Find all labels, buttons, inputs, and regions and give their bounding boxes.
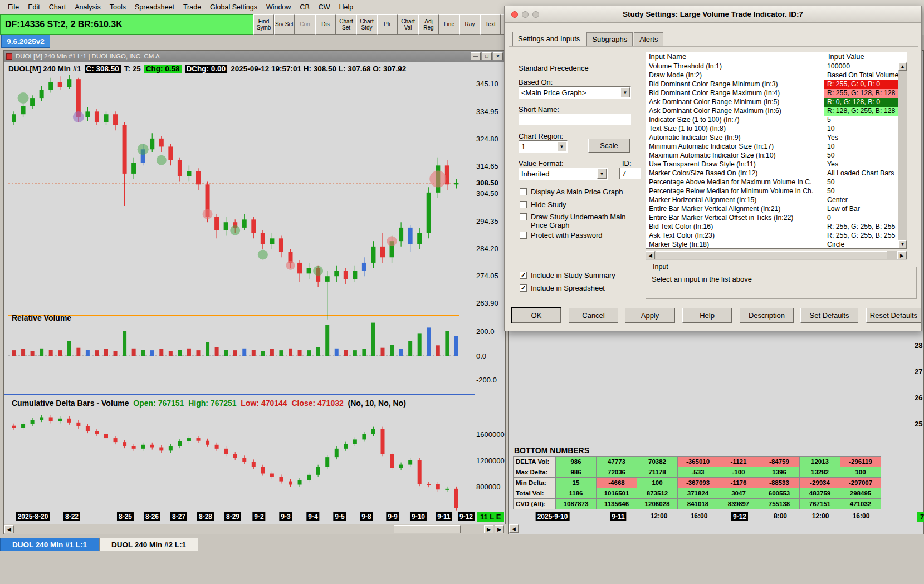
input-row[interactable]: Bid Dominant Color Range Minimum (In:3)R… xyxy=(646,80,898,89)
menu-item-trade[interactable]: Trade xyxy=(179,2,206,13)
checkbox-icon[interactable] xyxy=(520,213,527,220)
tab-subgraphs[interactable]: Subgraphs xyxy=(586,32,633,46)
scroll-up-icon[interactable]: ▲ xyxy=(898,62,907,71)
based-on-select[interactable]: <Main Price Graph> ▼ xyxy=(519,86,631,99)
menu-item-spreadsheet[interactable]: Spreadsheet xyxy=(130,2,179,13)
input-row[interactable]: Ask Text Color (In:23)R: 255, G: 255, B:… xyxy=(646,232,898,241)
menu-item-analysis[interactable]: Analysis xyxy=(70,2,105,13)
input-row[interactable]: Marker Color/Size Based On (In:12)All Lo… xyxy=(646,169,898,178)
input-row[interactable]: Draw Mode (In:2)Based On Total Volume xyxy=(646,71,898,80)
help-button[interactable]: Help xyxy=(682,308,732,323)
menu-item-tools[interactable]: Tools xyxy=(105,2,130,13)
tab-settings-and-inputs[interactable]: Settings and Inputs xyxy=(512,32,585,46)
input-row[interactable]: Entire Bar Marker Vertical Alignment (In… xyxy=(646,205,898,214)
tab-alerts[interactable]: Alerts xyxy=(634,32,663,46)
menu-item-chart[interactable]: Chart xyxy=(45,2,71,13)
traffic-light-minimize-icon[interactable] xyxy=(522,11,529,18)
input-row[interactable]: Text Size (1 to 100) (In:8)10 xyxy=(646,125,898,134)
input-row[interactable]: Percentage Below Median for Minimum Volu… xyxy=(646,187,898,196)
table-hscroll-thumb[interactable] xyxy=(656,251,887,259)
input-row[interactable]: Marker Style (In:18)Circle xyxy=(646,241,898,248)
input-row[interactable]: Percentage Above Median for Maximum Volu… xyxy=(646,178,898,187)
cd-chart-svg[interactable] xyxy=(4,395,475,511)
chart-titlebar[interactable]: DUOL[M] 240 Min #1 L:1 | DUOLINGO, INC. … xyxy=(4,51,505,62)
checkbox-icon[interactable]: ✓ xyxy=(520,284,527,292)
input-name-header[interactable]: Input Name xyxy=(646,52,825,62)
menu-item-cw[interactable]: CW xyxy=(314,2,335,13)
bottom-tab-1[interactable]: DUOL 240 Min #1 L:1 xyxy=(0,538,99,551)
right-scroll-left-icon[interactable]: ◀ xyxy=(509,524,519,533)
menu-item-cb[interactable]: CB xyxy=(295,2,314,13)
toolbar-button-chart-stdy[interactable]: Chart Stdy xyxy=(356,14,377,35)
toolbar-button-adj-reg[interactable]: Adj Reg xyxy=(418,14,439,35)
checkbox-draw-study-underneath-main-price-graph[interactable]: Draw Study Underneath Main Price Graph xyxy=(520,213,634,229)
toolbar-button-line[interactable]: Line xyxy=(439,14,459,35)
checkbox-icon[interactable] xyxy=(520,201,527,208)
chevron-down-icon[interactable]: ▼ xyxy=(620,87,630,97)
input-row[interactable]: Indicator Size (1 to 100) (In:7)5 xyxy=(646,116,898,125)
toolbar-button-dis[interactable]: Dis xyxy=(315,14,336,35)
input-value-header[interactable]: Input Value xyxy=(825,52,907,62)
chart-hscrollbar[interactable]: ◀ ▶ ▶ xyxy=(4,524,506,534)
checkbox-icon[interactable]: ✓ xyxy=(520,272,527,279)
table-hscrollbar[interactable]: ◀ ▶ xyxy=(646,251,907,260)
input-row[interactable]: Volume Threshold (In:1)100000 xyxy=(646,62,898,71)
short-name-input[interactable] xyxy=(519,114,631,125)
scroll-left-icon[interactable]: ◀ xyxy=(646,251,655,259)
value-format-select[interactable]: Inherited ▼ xyxy=(519,168,608,180)
toolbar-button-find-symb[interactable]: Find Symb xyxy=(253,14,274,35)
input-row[interactable]: Marker Horizontal Alignment (In:15)Cente… xyxy=(646,196,898,205)
set-defaults-button[interactable]: Set Defaults xyxy=(800,308,858,323)
main-chart-svg[interactable] xyxy=(4,73,475,335)
scroll-thumb[interactable] xyxy=(394,525,461,533)
traffic-light-close-icon[interactable] xyxy=(511,11,518,18)
checkbox-include-in-study-summary[interactable]: ✓Include in Study Summary xyxy=(520,271,639,279)
chevron-down-icon[interactable]: ▼ xyxy=(597,169,607,179)
input-row[interactable]: Use Transparent Draw Style (In:11)Yes xyxy=(646,160,898,169)
table-vscrollbar[interactable]: ▲ ▼ xyxy=(898,62,907,248)
input-row[interactable]: Automatic Indicator Size (In:9)Yes xyxy=(646,134,898,143)
checkbox-display-as-main-price-graph[interactable]: Display As Main Price Graph xyxy=(520,188,634,196)
chevron-down-icon[interactable]: ▼ xyxy=(557,141,566,151)
toolbar-button-chart-val[interactable]: Chart Val xyxy=(398,14,418,35)
scale-button[interactable]: Scale xyxy=(588,139,630,153)
input-row[interactable]: Minimum Automatic Indicator Size (In:17)… xyxy=(646,143,898,151)
chart-region-select[interactable]: 1 ▼ xyxy=(519,140,568,153)
apply-button[interactable]: Apply xyxy=(625,308,675,323)
menu-item-edit[interactable]: Edit xyxy=(23,2,45,13)
ok-button[interactable]: OK xyxy=(512,308,561,323)
checkbox-protect-with-password[interactable]: Protect with Password xyxy=(520,231,634,239)
toolbar-button-ray[interactable]: Ray xyxy=(459,14,480,35)
chartbook-tab[interactable]: 9.6.2025v2 xyxy=(1,35,50,48)
menu-item-file[interactable]: File xyxy=(3,2,23,13)
toolbar-button-ptr[interactable]: Ptr xyxy=(377,14,398,35)
toolbar-button-chart-set[interactable]: Chart Set xyxy=(336,14,356,35)
checkbox-include-in-spreadsheet[interactable]: ✓Include in Spreadsheet xyxy=(520,284,639,292)
input-row[interactable]: Ask Dominant Color Range Maximum (In:6)R… xyxy=(646,107,898,116)
checkbox-icon[interactable] xyxy=(520,188,527,195)
menu-item-global-settings[interactable]: Global Settings xyxy=(206,2,262,13)
bottom-tab-2[interactable]: DUOL 240 Min #2 L:1 xyxy=(99,538,198,551)
menu-item-window[interactable]: Window xyxy=(262,2,295,13)
checkbox-hide-study[interactable]: Hide Study xyxy=(520,200,634,209)
checkbox-icon[interactable] xyxy=(520,232,527,239)
dialog-titlebar[interactable]: Study Settings: Large Volume Trade Indic… xyxy=(505,6,921,23)
description-button[interactable]: Description xyxy=(740,308,794,323)
toolbar-button-srv-set[interactable]: Srv Set xyxy=(274,14,295,35)
input-row[interactable]: Maximum Automatic Indicator Size (In:10)… xyxy=(646,151,898,160)
scroll-right-icon[interactable]: ▶ xyxy=(897,251,907,259)
cancel-button[interactable]: Cancel xyxy=(569,308,618,323)
input-row[interactable]: Ask Dominant Color Range Minimum (In:5)R… xyxy=(646,98,898,107)
input-row[interactable]: Entire Bar Marker Vertical Offset in Tic… xyxy=(646,214,898,223)
id-input[interactable]: 7 xyxy=(619,168,641,179)
scroll-down-icon[interactable]: ▼ xyxy=(898,240,907,248)
toolbar-button-con[interactable]: Con xyxy=(295,14,315,35)
rv-chart-svg[interactable] xyxy=(4,315,475,393)
menu-item-help[interactable]: Help xyxy=(335,2,358,13)
toolbar-button-text[interactable]: Text xyxy=(480,14,501,35)
traffic-light-zoom-icon[interactable] xyxy=(532,11,539,18)
scroll-right2-icon[interactable]: ▶ xyxy=(495,525,504,533)
scroll-left-icon[interactable]: ◀ xyxy=(4,525,14,533)
input-row[interactable]: Bid Dominant Color Range Maximum (In:4)R… xyxy=(646,89,898,98)
scroll-right-icon[interactable]: ▶ xyxy=(484,525,493,533)
